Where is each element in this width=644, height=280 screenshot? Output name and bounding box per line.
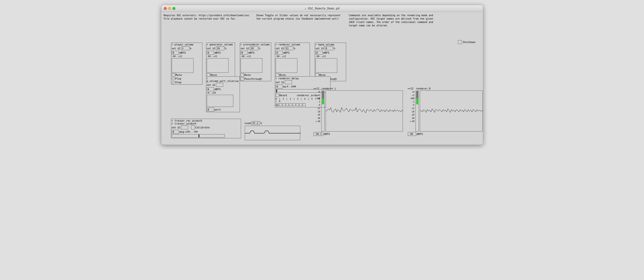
renderer-volume-label: r renderer_volume xyxy=(276,43,309,46)
renderer-order-toggle-4[interactable] xyxy=(289,103,292,106)
renderer-mute-toggle[interactable] xyxy=(276,73,279,77)
window-title: ♩ OSC_Remote_Demo.pd xyxy=(304,7,340,10)
prerenderer-passthrough-toggle[interactable] xyxy=(240,77,244,81)
player-dbfs-input[interactable]: 0 xyxy=(172,51,179,55)
g-volume-port-range: +0..+30 xyxy=(207,92,239,94)
hpeq-slider-v[interactable] xyxy=(316,58,337,73)
prerenderer-volume-module: r prerenderer_volume set $1 28 % 0 dBFS … xyxy=(240,43,271,81)
renderer-r-wave-svg xyxy=(420,91,483,132)
tracker-set-input[interactable] xyxy=(181,126,188,129)
load-area: Load 47.2 % xyxy=(245,121,300,140)
renderer-l-vu xyxy=(321,90,325,132)
prerenderer-mute-toggle[interactable] xyxy=(240,73,244,77)
renderer-order-toggle-2[interactable] xyxy=(282,103,285,106)
renderer-set-input[interactable]: 51 xyxy=(285,47,293,50)
renderer-r-vu xyxy=(416,90,419,132)
tracker-set-label: set $1 xyxy=(172,126,180,129)
prerenderer-volume-label: r prerenderer_volume xyxy=(240,43,270,46)
renderer-set-label: set $1 xyxy=(276,47,284,50)
hpeq-volume-label: r hpeq_volume xyxy=(316,43,346,46)
tracker-calibrate-toggle[interactable] xyxy=(191,126,195,129)
player-stop-radio[interactable] xyxy=(172,81,175,84)
generator-slider-v[interactable] xyxy=(207,58,228,73)
tracker-azi-label: r tracker_azimuth xyxy=(172,122,240,125)
vu-seg-green xyxy=(416,101,418,102)
g-volume-port-set-input[interactable] xyxy=(216,83,223,87)
player-volume-label: r player_volume xyxy=(172,43,202,46)
generator-mute-toggle[interactable] xyxy=(207,73,210,77)
hpeq-mute-toggle[interactable] xyxy=(316,73,319,77)
player-play-radio[interactable] xyxy=(172,77,175,80)
main-window: ♩ OSC_Remote_Demo.pd Requires OSC extern… xyxy=(161,5,483,145)
generator-volume-label: r generator_volume xyxy=(207,43,234,46)
generator-volume-module: r generator_volume set $1 39 % 0 dBFS -6… xyxy=(206,43,235,77)
renderer-delay-ms-unit: ms xyxy=(283,85,286,88)
generator-set-input[interactable]: 39 xyxy=(216,47,224,50)
tracker-slider-h[interactable] xyxy=(172,134,225,138)
g-volume-port-label: r g_volume_port_relative xyxy=(207,77,239,83)
renderer-delay-ms-input[interactable]: 0 xyxy=(276,85,283,89)
tracker-rec-label: r tracker_rec_azimuth xyxy=(172,119,240,122)
load-label: Load xyxy=(245,122,251,125)
info-bar: Requires OSC externals: https://puredata… xyxy=(164,14,480,27)
g-volume-port-dbfs-input[interactable]: 0 xyxy=(207,87,214,91)
renderer-l-wave-svg xyxy=(326,91,403,132)
generator-range: -60..+12 xyxy=(207,55,234,58)
renderer-r-value: -30 xyxy=(408,132,416,136)
g-volume-port-module: r g_volume_port_relative set $1 0 dBFS +… xyxy=(206,76,240,112)
vu-seg-green xyxy=(322,103,324,104)
player-set-input[interactable]: 3 xyxy=(181,47,190,50)
load-waveform-svg xyxy=(245,126,300,140)
vu-seg-green xyxy=(322,98,324,99)
renderer-order-toggle-8[interactable] xyxy=(303,103,306,106)
maximize-button[interactable] xyxy=(172,7,175,10)
hpeq-dbfs-input[interactable]: 0 xyxy=(316,51,323,55)
renderer-l-value: -30.1 xyxy=(314,132,323,136)
prerenderer-pct: % xyxy=(259,47,260,50)
g-volume-port-set-label: set $1 xyxy=(207,84,216,86)
renderer-r-footer: -30 dBFS xyxy=(408,132,483,136)
hpeq-set-input[interactable]: 0 xyxy=(325,47,333,50)
tracker-deg-input[interactable]: 0 xyxy=(172,130,179,134)
vu-seg xyxy=(416,91,418,92)
close-button[interactable] xyxy=(164,7,167,10)
player-play-label: Play xyxy=(175,77,182,80)
generator-dbfs-input[interactable]: 0 xyxy=(207,51,214,55)
vu-seg xyxy=(322,95,324,96)
player-mute-toggle[interactable] xyxy=(172,73,175,77)
renderer-delay-set-input[interactable] xyxy=(285,80,292,84)
reset-toggle[interactable] xyxy=(276,94,279,97)
renderer-order-toggle-7[interactable] xyxy=(299,103,302,106)
renderer-dbfs-input[interactable]: 0 xyxy=(276,51,283,55)
minimize-button[interactable] xyxy=(168,7,171,10)
vu-seg xyxy=(322,97,324,98)
renderer-order-toggle-1[interactable] xyxy=(279,103,282,106)
prerenderer-slider-v[interactable] xyxy=(240,58,262,73)
generator-pct: % xyxy=(225,47,226,50)
vu-seg-green xyxy=(416,98,418,99)
prerenderer-passthrough-label: Passthrough xyxy=(244,77,262,81)
player-dbfs-label: dBFS xyxy=(180,51,186,54)
g-volume-port-slider-v[interactable] xyxy=(207,95,233,107)
title-bar: ♩ OSC_Remote_Demo.pd xyxy=(161,5,483,12)
prerenderer-dbfs-input[interactable]: 0 xyxy=(240,51,248,55)
renderer-order-toggle-6[interactable] xyxy=(296,103,299,106)
renderer-dbfs-label: dBFS xyxy=(283,51,290,54)
g-volume-port-val-input[interactable]: 0 xyxy=(207,108,214,111)
prerenderer-set-label: set $1 xyxy=(240,47,249,50)
renderer-order-toggle-0[interactable] xyxy=(276,103,278,106)
vu-seg xyxy=(416,96,418,97)
shutdown-toggle[interactable] xyxy=(458,40,462,44)
load-display xyxy=(245,126,300,140)
prerenderer-set-input[interactable]: 28 xyxy=(250,47,258,50)
vu-seg-green xyxy=(322,101,324,102)
renderer-l-waveform xyxy=(326,90,403,132)
player-slider-v[interactable] xyxy=(172,58,194,73)
renderer-order-toggle-3[interactable] xyxy=(286,103,289,106)
content-area: Requires OSC externals: https://puredata… xyxy=(161,12,483,145)
renderer-order-toggle-5[interactable] xyxy=(292,103,296,106)
renderer-slider-v[interactable] xyxy=(276,58,297,73)
hpeq-pct: % xyxy=(334,47,335,50)
player-set-label: set $1 xyxy=(172,47,180,50)
vu-seg xyxy=(322,91,324,92)
